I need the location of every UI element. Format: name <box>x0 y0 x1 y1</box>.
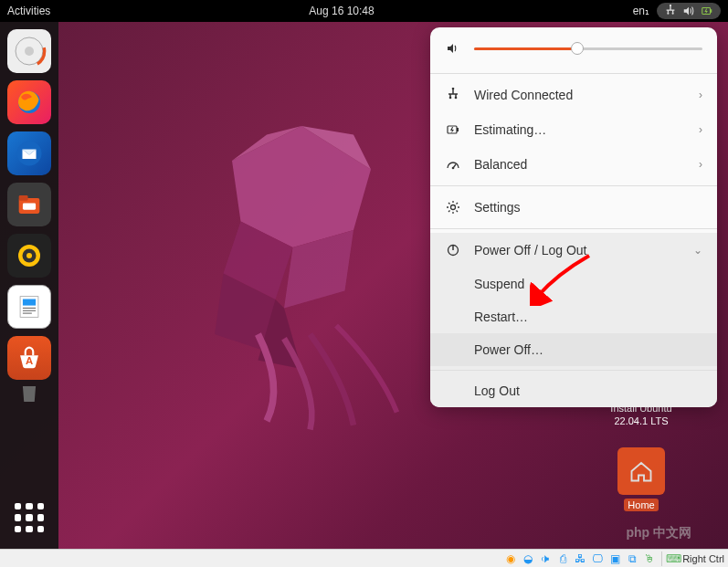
virtualbox-statusbar: ◉ ◒ 🕩 ⎙ 🖧 🖵 ▣ ⧉ 🖰 ⌨ Right Ctrl <box>0 549 728 567</box>
dock-installer[interactable] <box>7 29 51 73</box>
vb-disk-icon[interactable]: ◉ <box>503 551 518 566</box>
home-label: Home <box>624 499 658 511</box>
vb-network-icon[interactable]: 🖧 <box>573 551 587 566</box>
power-section-label: Power Off / Log Out <box>474 243 681 257</box>
dock-trash[interactable] <box>7 383 51 402</box>
dock: A <box>0 22 58 549</box>
gear-icon <box>445 199 461 215</box>
chevron-right-icon: › <box>699 158 702 171</box>
battery-charging-icon <box>445 121 461 138</box>
vb-mouse-icon[interactable]: 🖰 <box>642 551 657 566</box>
power-off-section[interactable]: Power Off / Log Out ⌄ <box>430 233 717 268</box>
activities-button[interactable]: Activities <box>7 5 50 17</box>
divider <box>430 73 717 74</box>
svg-point-15 <box>26 253 32 258</box>
input-method-indicator[interactable]: en₁ <box>633 5 649 17</box>
system-menu: Wired Connected › Estimating… › Balanced… <box>430 27 717 407</box>
power-submenu: Suspend Restart… Power Off… Log Out <box>430 268 717 407</box>
svg-text:A: A <box>26 355 33 366</box>
divider <box>430 228 717 229</box>
dock-thunderbird[interactable] <box>7 131 51 175</box>
gauge-icon <box>445 156 461 173</box>
restart-item[interactable]: Restart… <box>430 300 717 333</box>
wallpaper-jellyfish <box>128 91 475 438</box>
vb-record-icon[interactable]: ⧉ <box>625 551 639 566</box>
divider <box>430 370 717 371</box>
svg-point-35 <box>452 167 455 170</box>
battery-icon <box>701 5 713 17</box>
vb-hostkey[interactable]: ⌨ Right Ctrl <box>661 551 724 566</box>
power-icon <box>445 242 461 258</box>
power-profile-label: Balanced <box>474 157 686 172</box>
vb-key-icon: ⌨ <box>666 551 681 566</box>
power-profile-row[interactable]: Balanced › <box>430 147 717 182</box>
show-applications-button[interactable] <box>7 496 51 540</box>
svg-point-30 <box>449 97 452 100</box>
chevron-right-icon: › <box>699 89 702 101</box>
svg-point-2 <box>672 13 674 15</box>
dock-firefox[interactable] <box>7 80 51 124</box>
volume-row <box>430 27 717 69</box>
dock-files[interactable] <box>7 183 51 226</box>
svg-point-31 <box>455 97 458 100</box>
battery-row[interactable]: Estimating… › <box>430 112 717 147</box>
svg-point-29 <box>452 88 455 89</box>
vb-audio-icon[interactable]: 🕩 <box>538 551 553 566</box>
wired-connected-row[interactable]: Wired Connected › <box>430 78 717 112</box>
svg-point-0 <box>670 5 671 6</box>
chevron-down-icon: ⌄ <box>693 244 702 257</box>
vb-shared-icon[interactable]: 🖵 <box>590 551 605 566</box>
dock-ubuntu-software[interactable]: A <box>7 336 51 380</box>
settings-label: Settings <box>474 200 702 215</box>
wired-label: Wired Connected <box>474 88 686 102</box>
settings-row[interactable]: Settings <box>430 190 717 225</box>
vb-optical-icon[interactable]: ◒ <box>521 551 535 566</box>
dock-libreoffice-writer[interactable] <box>7 285 51 329</box>
clock[interactable]: Aug 16 10:48 <box>50 5 632 17</box>
battery-label: Estimating… <box>474 122 686 137</box>
svg-rect-33 <box>457 128 459 131</box>
svg-point-36 <box>451 205 456 210</box>
dock-rhythmbox[interactable] <box>7 234 51 278</box>
vb-usb-icon[interactable]: ⎙ <box>555 551 570 566</box>
svg-rect-12 <box>23 204 36 210</box>
svg-rect-4 <box>711 9 712 13</box>
divider <box>430 185 717 186</box>
svg-point-6 <box>25 47 34 56</box>
svg-rect-11 <box>19 195 28 201</box>
house-icon <box>625 455 658 488</box>
wired-icon <box>445 87 461 103</box>
watermark: php 中文网 <box>626 525 691 541</box>
logout-item[interactable]: Log Out <box>430 374 717 407</box>
suspend-item[interactable]: Suspend <box>430 268 717 300</box>
chevron-right-icon: › <box>699 123 702 136</box>
top-bar: Activities Aug 16 10:48 en₁ <box>0 0 728 22</box>
volume-slider[interactable] <box>474 47 702 50</box>
vb-display-icon[interactable]: ▣ <box>607 551 622 566</box>
svg-point-1 <box>667 13 669 15</box>
home-folder-icon[interactable]: Home <box>609 447 673 511</box>
status-area[interactable] <box>657 3 721 19</box>
network-icon <box>664 5 677 17</box>
svg-rect-17 <box>23 299 36 306</box>
poweroff-item[interactable]: Power Off… <box>430 333 717 366</box>
vb-hostkey-label: Right Ctrl <box>682 553 724 564</box>
volume-icon <box>682 5 695 17</box>
speaker-icon <box>445 40 461 57</box>
